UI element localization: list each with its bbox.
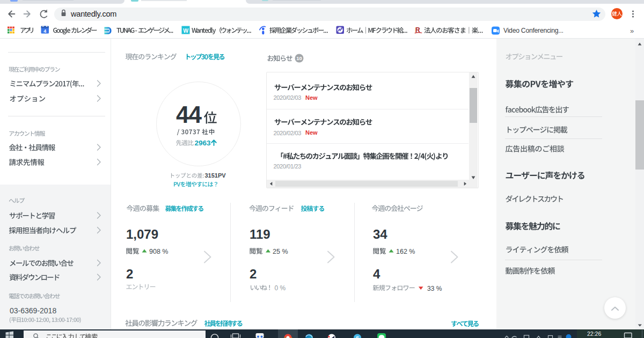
svg-text:New: New [305,129,318,136]
svg-text:119: 119 [250,227,270,241]
svg-text:1,079: 1,079 [126,227,158,241]
svg-text:4: 4 [43,28,46,34]
svg-text:S: S [356,335,359,338]
svg-text:34: 34 [373,227,387,241]
svg-text:44: 44 [176,101,202,128]
svg-text:3151PV: 3151PV [205,172,226,179]
svg-text:03-6369-2018: 03-6369-2018 [10,306,56,315]
svg-text:W: W [183,27,188,34]
svg-text:2963: 2963 [195,139,211,147]
svg-text:wantedly.com: wantedly.com [70,10,116,18]
svg-text:2020/01/23: 2020/01/23 [274,163,302,170]
svg-text:Video Conferencing...: Video Conferencing... [503,27,564,34]
svg-text:4: 4 [373,267,380,281]
svg-text:10: 10 [296,55,302,61]
svg-text:»: » [630,27,634,35]
svg-text:0 %: 0 % [275,284,286,292]
svg-text:162 %: 162 % [396,248,415,255]
svg-text:25 %: 25 % [273,248,288,255]
svg-text:2020/02/03: 2020/02/03 [274,94,302,101]
svg-text:908 %: 908 % [149,248,168,255]
svg-text:2: 2 [250,267,257,281]
svg-text:22:26: 22:26 [587,330,601,337]
svg-text:2: 2 [126,267,133,281]
svg-text:2020/02/03: 2020/02/03 [274,130,302,136]
svg-text:33 %: 33 % [427,285,442,292]
svg-text:New: New [305,94,318,101]
